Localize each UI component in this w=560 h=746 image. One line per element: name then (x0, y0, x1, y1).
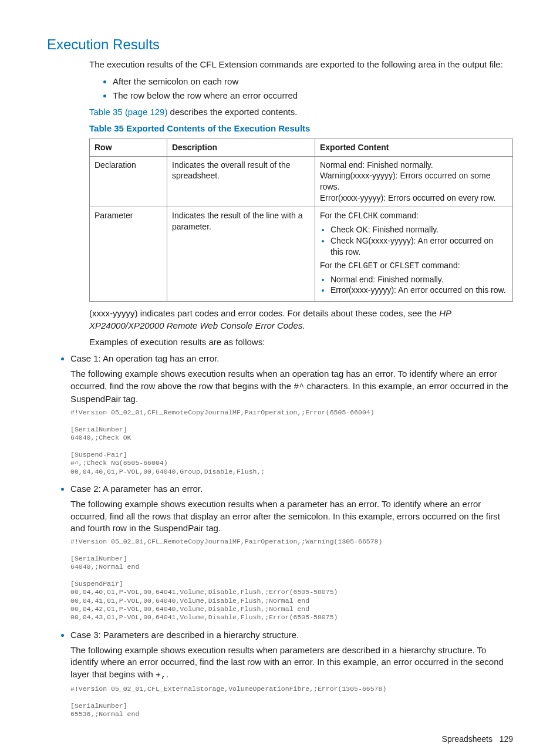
case-desc: The following example shows execution re… (70, 498, 513, 534)
case-desc: The following example shows execution re… (70, 644, 513, 681)
table-row: Declaration Indicates the overall result… (90, 156, 513, 207)
exp-sub-list: Normal end: Finished normally. Error(xxx… (320, 274, 508, 296)
exp-sub-item: Check OK: Finished normally. (330, 224, 508, 235)
exp-sub-list: Check OK: Finished normally. Check NG(xx… (320, 224, 508, 258)
table-row: Parameter Indicates the result of the li… (90, 207, 513, 302)
th-description: Description (167, 139, 315, 156)
case-title: Case 3: Parameters are described in a hi… (70, 630, 299, 640)
intro-bullet-2: The row below the row where an error occ… (113, 90, 513, 102)
table-xref-link[interactable]: Table 35 (page 129) (89, 107, 167, 117)
cell-row: Parameter (90, 207, 167, 302)
execution-results-table: Row Description Exported Content Declara… (89, 139, 513, 302)
case-item: Case 2: A parameter has an error. The fo… (70, 483, 513, 622)
page-footer: Spreadsheets 129 (47, 734, 513, 745)
xref-paragraph: Table 35 (page 129) describes the export… (89, 106, 513, 118)
examples-intro: Examples of execution results are as fol… (89, 336, 513, 348)
case-desc: The following example shows execution re… (70, 368, 513, 405)
section-heading: Execution Results (47, 35, 513, 54)
intro-bullet-1: After the semicolon on each row (113, 76, 513, 87)
case-list: Case 1: An operation tag has an error. T… (47, 353, 513, 718)
xref-after-text: describes the exported contents. (167, 107, 297, 117)
case-item: Case 3: Parameters are described in a hi… (70, 629, 513, 719)
case-title: Case 2: A parameter has an error. (70, 484, 203, 494)
exp-line: Warning(xxxx-yyyyy): Errors occurred on … (320, 170, 508, 193)
th-exported: Exported Content (315, 139, 513, 156)
case-title: Case 1: An operation tag has an error. (70, 353, 220, 363)
cell-desc: Indicates the result of the line with a … (167, 207, 315, 302)
table-header-row: Row Description Exported Content (90, 139, 513, 156)
case-code-block: #!Version 05_02_01,CFL_ExternalStorage,V… (70, 685, 513, 719)
exp-line: For the CFLGET or CFLSET command: (320, 260, 508, 272)
cell-row: Declaration (90, 156, 167, 207)
cell-exported: Normal end: Finished normally. Warning(x… (315, 156, 513, 207)
footer-page-number: 129 (500, 734, 513, 744)
table-caption: Table 35 Exported Contents of the Execut… (89, 123, 513, 134)
exp-sub-item: Normal end: Finished normally. (330, 274, 508, 285)
th-row: Row (90, 139, 167, 156)
exp-sub-item: Error(xxxx-yyyyy): An error occurred on … (330, 285, 508, 296)
case-code-block: #!Version 05_02_01,CFL_RemoteCopyJournal… (70, 409, 513, 476)
exp-line: For the CFLCHK command: (320, 210, 508, 222)
exp-sub-item: Check NG(xxxx-yyyyy): An error occurred … (330, 235, 508, 258)
case-code-block: #!Version 05_02_01,CFL_RemoteCopyJournal… (70, 538, 513, 622)
codes-note: (xxxx-yyyyy) indicates part codes and er… (89, 308, 513, 332)
intro-paragraph: The execution results of the CFL Extensi… (89, 59, 513, 70)
cell-desc: Indicates the overall result of the spre… (167, 156, 315, 207)
case-item: Case 1: An operation tag has an error. T… (70, 353, 513, 476)
exp-line: Error(xxxx-yyyyy): Errors occurred on ev… (320, 193, 508, 204)
exp-line: Normal end: Finished normally. (320, 160, 508, 171)
intro-bullets: After the semicolon on each row The row … (89, 76, 513, 102)
cell-exported: For the CFLCHK command: Check OK: Finish… (315, 207, 513, 302)
footer-section-name: Spreadsheets (442, 734, 492, 744)
